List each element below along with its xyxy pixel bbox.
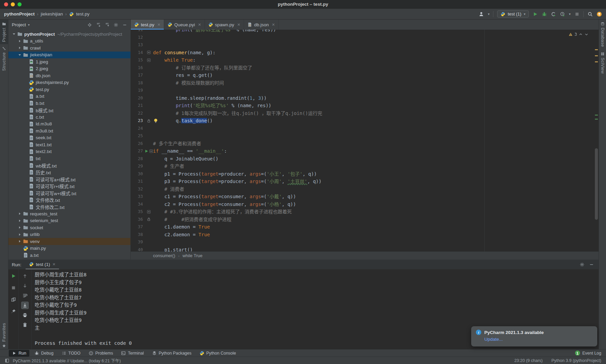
line-number[interactable]: 40 xyxy=(131,246,144,252)
code-line[interactable]: 32 # 消费者 xyxy=(131,185,599,193)
print-button[interactable] xyxy=(21,311,29,319)
close-tab-icon[interactable]: ✕ xyxy=(157,23,160,27)
warning-mark[interactable] xyxy=(595,55,598,56)
intention-bulb-icon[interactable] xyxy=(153,118,158,123)
run-button[interactable] xyxy=(533,11,538,17)
line-number[interactable]: 21 xyxy=(131,102,144,110)
code-line[interactable]: 14def consumer(name, g): xyxy=(131,49,599,57)
tree-item[interactable]: c.txt xyxy=(8,114,130,121)
chevron-right-icon[interactable] xyxy=(17,218,23,223)
tree-item[interactable]: b.txt xyxy=(8,100,130,107)
tree-item[interactable]: 1.jpeg xyxy=(8,58,130,65)
line-number[interactable]: 31 xyxy=(131,178,144,185)
code-line[interactable]: 24 xyxy=(131,125,599,132)
minimize-panel-icon[interactable] xyxy=(589,262,594,267)
line-number[interactable]: 32 xyxy=(131,185,144,193)
code-line[interactable]: 22 # 1每次完成队列取一次，往q.join() ，取干净了q.join()运… xyxy=(131,110,599,117)
line-number[interactable]: 26 xyxy=(131,140,144,148)
line-number[interactable]: 34 xyxy=(131,201,144,208)
editor-tab[interactable]: test.py✕ xyxy=(131,20,164,30)
tree-item[interactable]: {}db.json xyxy=(8,72,130,79)
tree-item[interactable]: urllib xyxy=(8,231,130,238)
tree-item[interactable]: requests_test xyxy=(8,210,130,217)
tool-window-button-python-packages[interactable]: Python Packages xyxy=(149,350,194,357)
run-line-icon[interactable] xyxy=(144,149,149,153)
chevron-right-icon[interactable] xyxy=(17,45,23,51)
close-tab-icon[interactable]: ✕ xyxy=(198,23,201,27)
hide-panel-icon[interactable] xyxy=(122,23,127,27)
line-number[interactable]: 13 xyxy=(131,41,144,49)
select-opened-file-icon[interactable] xyxy=(87,23,92,27)
error-stripe[interactable] xyxy=(594,30,599,251)
line-number[interactable]: 38 xyxy=(131,231,144,239)
breadcrumb-function[interactable]: consumer() xyxy=(153,253,175,258)
update-link[interactable]: Update... xyxy=(484,337,593,342)
search-everywhere-icon[interactable] xyxy=(587,11,593,17)
code-line[interactable]: 18 # 模拟处理数据的时间 xyxy=(131,79,599,87)
close-tab-icon[interactable]: ✕ xyxy=(237,23,240,27)
code-line[interactable]: 21 print('吃货%s吃了%s' % (name, res)) xyxy=(131,102,599,110)
tree-item[interactable]: ld.m3u8 xyxy=(8,121,130,128)
line-number[interactable]: 20 xyxy=(131,94,144,102)
fold-region-icon[interactable] xyxy=(147,58,151,62)
tree-item[interactable]: crawl xyxy=(8,44,130,52)
update-available-icon[interactable] xyxy=(597,11,602,17)
line-number[interactable]: 12 xyxy=(131,34,144,41)
line-number[interactable]: 24 xyxy=(131,125,144,132)
code-line[interactable]: 39 xyxy=(131,238,599,246)
tree-item[interactable]: pythonProject~/PycharmProjects/pythonPro… xyxy=(8,31,130,38)
tree-item[interactable]: a.txt xyxy=(8,252,130,259)
tool-window-button-terminal[interactable]: Terminal xyxy=(118,350,147,357)
chevron-right-icon[interactable] xyxy=(17,232,23,237)
interpreter-widget[interactable]: Python 3.9 (pythonProject) xyxy=(551,358,601,363)
close-tab-icon[interactable]: ✕ xyxy=(53,262,56,267)
tree-item[interactable]: a.txt xyxy=(8,93,130,100)
line-number[interactable]: 14 xyxy=(131,49,144,57)
status-message[interactable]: PyCharm 2021.1.3 available // Update... … xyxy=(13,357,121,364)
breadcrumb-item[interactable]: jiekeshijian xyxy=(41,11,63,17)
line-number[interactable]: 16 xyxy=(131,64,144,72)
change-mark[interactable] xyxy=(595,115,598,116)
next-warning-icon[interactable] xyxy=(584,32,588,36)
line-number[interactable]: 23 xyxy=(131,117,144,125)
chevron-right-icon[interactable] xyxy=(17,225,23,230)
sidebar-item-project[interactable]: Project xyxy=(0,20,8,44)
line-number[interactable]: 19 xyxy=(131,87,144,94)
code-line[interactable]: 15 while True: xyxy=(131,56,599,64)
notification-popup[interactable]: i PyCharm 2021.1.3 available Update... xyxy=(471,326,597,346)
fold-region-icon[interactable] xyxy=(147,210,151,214)
tree-item[interactable]: 可读可写r+t模式.txt xyxy=(8,183,130,190)
tree-item[interactable]: socket xyxy=(8,224,130,231)
tree-item[interactable]: selenium_test xyxy=(8,217,130,224)
tool-window-button-problems[interactable]: Problems xyxy=(86,350,116,357)
tree-item[interactable]: b模式.txt xyxy=(8,107,130,114)
line-number[interactable]: 15 xyxy=(131,56,144,64)
close-tab-icon[interactable]: ✕ xyxy=(272,23,275,27)
tool-window-toggle-icon[interactable] xyxy=(5,358,9,363)
rerun-button[interactable] xyxy=(10,272,17,280)
line-number[interactable]: 27 xyxy=(131,147,144,155)
tool-window-button-run[interactable]: Run xyxy=(9,350,29,357)
warning-mark[interactable] xyxy=(595,61,598,62)
event-log-button[interactable]: 1 Event Log xyxy=(575,351,606,356)
code-line[interactable]: 23 q.task_done() xyxy=(131,117,599,125)
tree-item[interactable]: a_utils xyxy=(8,38,130,45)
run-tab[interactable]: test (1) ✕ xyxy=(26,260,59,269)
tree-item[interactable]: wb模式.txt xyxy=(8,162,130,169)
user-icon[interactable] xyxy=(479,11,484,17)
code-line[interactable]: 34 c2 = Process(target=consumer, args=('… xyxy=(131,201,599,208)
code-line[interactable]: 37 c1.daemon = True xyxy=(131,223,599,231)
tree-item[interactable]: jikeshijaintest.py xyxy=(8,79,130,86)
project-tree[interactable]: pythonProject~/PycharmProjects/pythonPro… xyxy=(8,31,130,260)
code-line[interactable]: 16 # 订单都没了还在等，队列里面空了 xyxy=(131,64,599,72)
code-line[interactable]: 27if __name__ == '__main__': xyxy=(131,147,599,155)
chevron-right-icon[interactable] xyxy=(17,211,23,216)
tree-item[interactable]: 历史.txt xyxy=(8,169,130,176)
chevron-down-icon[interactable]: ▾ xyxy=(488,12,489,16)
chevron-right-icon[interactable] xyxy=(17,239,23,244)
tool-window-button-debug[interactable]: Debug xyxy=(31,350,57,357)
chevron-down-icon[interactable] xyxy=(11,31,17,37)
code-line[interactable]: 30 p1 = Process(target=producer, args=('… xyxy=(131,170,599,178)
scroll-to-end-button[interactable] xyxy=(21,302,29,309)
tree-item[interactable]: 2.jpeg xyxy=(8,65,130,72)
